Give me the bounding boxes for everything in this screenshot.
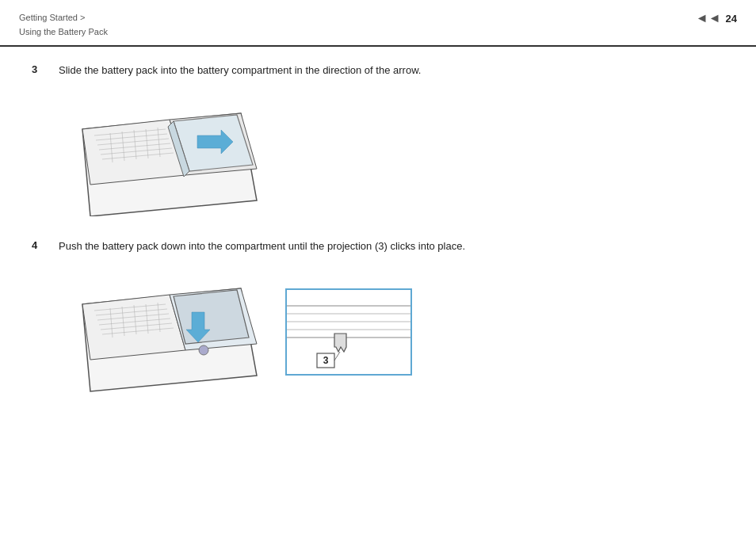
page-number: 24 [726, 13, 737, 25]
breadcrumb: Getting Started > Using the Battery Pack [19, 11, 108, 39]
prev-arrow-icon: ◄◄ [696, 11, 721, 25]
step-4-illustration: 3 [59, 265, 724, 403]
svg-rect-25 [287, 290, 410, 374]
breadcrumb-line1: Getting Started > [19, 11, 108, 25]
step-3-illustration [59, 90, 724, 216]
step-4-body: Push the battery pack down into the comp… [59, 238, 724, 404]
step-3-number: 3 [32, 63, 44, 216]
svg-point-23 [199, 345, 208, 355]
step-4-number: 4 [32, 238, 44, 404]
page-header: Getting Started > Using the Battery Pack… [0, 0, 756, 47]
svg-text:3: 3 [323, 355, 329, 366]
step-3-text: Slide the battery pack into the battery … [59, 63, 724, 78]
page-number-area: ◄◄ 24 [696, 11, 737, 25]
step-4-detail-svg: 3 [287, 290, 410, 374]
breadcrumb-line2: Using the Battery Pack [19, 25, 108, 40]
step-3-body: Slide the battery pack into the battery … [59, 63, 724, 216]
step-4-detail-box: 3 [285, 288, 412, 376]
step-3: 3 Slide the battery pack into the batter… [32, 63, 724, 216]
step-4-laptop-svg [59, 265, 273, 403]
step-4: 4 Push the battery pack down into the co… [32, 238, 724, 404]
step-3-laptop-svg [59, 90, 265, 216]
step-4-text: Push the battery pack down into the comp… [59, 238, 724, 254]
main-content: 3 Slide the battery pack into the batter… [0, 47, 756, 441]
